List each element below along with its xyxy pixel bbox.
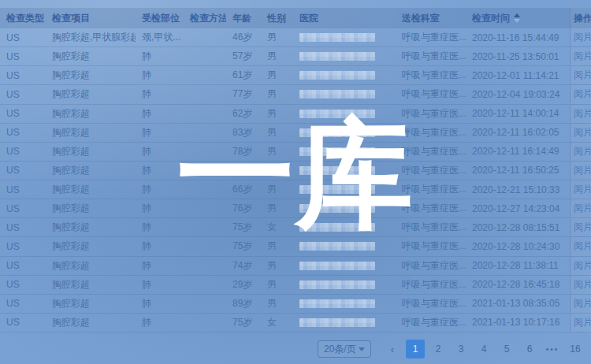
- cell-actions: 阅片: [570, 105, 591, 123]
- cell-body-part: 肺: [136, 143, 184, 161]
- cell-exam-time: 2020-12-28 10:24:30: [466, 237, 570, 255]
- cell-exam-item: 胸腔彩超: [46, 295, 136, 313]
- cell-age: 76岁: [226, 162, 261, 180]
- table-body: US 胸腔彩超,甲状腺彩超 颈,甲状... 46岁 男 呼吸与重症医... 20…: [0, 28, 591, 332]
- view-film-link[interactable]: 阅片: [574, 69, 591, 82]
- cell-exam-type: US: [0, 85, 46, 103]
- cell-body-part: 肺: [136, 314, 184, 332]
- cell-hospital: [293, 47, 396, 65]
- table-row[interactable]: US 胸腔彩超 肺 76岁 男 呼吸与重症医... 2020-12-27 14:…: [0, 199, 591, 218]
- cell-actions: 阅片: [570, 28, 591, 46]
- table-row[interactable]: US 胸腔彩超 肺 61岁 男 呼吸与重症医... 2020-12-01 11:…: [0, 66, 591, 85]
- cell-exam-type: US: [0, 218, 46, 236]
- cell-actions: 阅片: [570, 124, 591, 142]
- table-row[interactable]: US 胸腔彩超 肺 62岁 男 呼吸与重症医... 2020-12-11 14:…: [0, 105, 591, 124]
- more-pages-button[interactable]: •••: [543, 340, 562, 358]
- cell-exam-type: US: [0, 276, 46, 294]
- table-row[interactable]: US 胸腔彩超 肺 83岁 男 呼吸与重症医... 2020-12-11 16:…: [0, 124, 591, 143]
- cell-body-part: 肺: [136, 85, 184, 103]
- view-film-link[interactable]: 阅片: [574, 316, 591, 329]
- sort-icon[interactable]: [514, 13, 520, 23]
- cell-exam-type: US: [0, 295, 46, 313]
- cell-department: 呼吸与重症医...: [396, 124, 466, 142]
- cell-age: 78岁: [226, 143, 261, 161]
- cell-exam-method: [184, 257, 226, 275]
- table-row[interactable]: US 胸腔彩超 肺 77岁 男 呼吸与重症医... 2020-12-04 19:…: [0, 85, 591, 104]
- table-row[interactable]: US 胸腔彩超 肺 74岁 男 呼吸与重症医... 2020-12-28 11:…: [0, 257, 591, 276]
- view-film-link[interactable]: 阅片: [574, 297, 591, 310]
- cell-exam-time: 2021-01-13 08:35:05: [466, 295, 570, 313]
- cell-exam-type: US: [0, 237, 46, 255]
- cell-department: 呼吸与重症医...: [396, 295, 466, 313]
- column-label: 医院: [299, 12, 318, 25]
- cell-department: 呼吸与重症医...: [396, 199, 466, 217]
- view-film-link[interactable]: 阅片: [574, 183, 591, 196]
- view-film-link[interactable]: 阅片: [574, 202, 591, 215]
- cell-exam-item: 胸腔彩超: [46, 47, 136, 65]
- cell-gender: 男: [261, 105, 293, 123]
- view-film-link[interactable]: 阅片: [574, 164, 591, 177]
- page-size-select[interactable]: 20条/页: [318, 340, 371, 358]
- table-row[interactable]: US 胸腔彩超 肺 78岁 男 呼吸与重症医... 2020-12-11 16:…: [0, 143, 591, 162]
- page-number-button[interactable]: 1: [406, 340, 425, 358]
- cell-actions: 阅片: [570, 314, 591, 332]
- view-film-link[interactable]: 阅片: [574, 87, 591, 101]
- page-number-button[interactable]: 6: [520, 340, 539, 358]
- cell-hospital: [293, 143, 396, 161]
- hospital-redacted-block: [299, 299, 375, 308]
- cell-exam-item: 胸腔彩超: [46, 162, 136, 180]
- column-header-7: 送检科室: [396, 8, 466, 28]
- cell-actions: 阅片: [570, 47, 591, 65]
- page-number-button[interactable]: 16: [566, 340, 585, 358]
- prev-page-button[interactable]: ‹: [383, 340, 402, 358]
- page-number-button[interactable]: 2: [429, 340, 448, 358]
- cell-department: 呼吸与重症医...: [396, 66, 466, 84]
- table-row[interactable]: US 胸腔彩超 肺 29岁 男 呼吸与重症医... 2020-12-28 16:…: [0, 276, 591, 295]
- table-row[interactable]: US 胸腔彩超,甲状腺彩超 颈,甲状... 46岁 男 呼吸与重症医... 20…: [0, 28, 591, 47]
- column-header-8[interactable]: 检查时间: [466, 8, 570, 28]
- view-film-link[interactable]: 阅片: [574, 259, 591, 273]
- cell-gender: 男: [261, 66, 293, 84]
- page-number-button[interactable]: 4: [474, 340, 493, 358]
- cell-gender: 女: [261, 314, 293, 332]
- cell-age: 89岁: [226, 295, 261, 313]
- view-film-link[interactable]: 阅片: [574, 278, 591, 292]
- cell-gender: 男: [261, 257, 293, 275]
- cell-gender: 男: [261, 47, 293, 65]
- cell-age: 66岁: [226, 180, 261, 199]
- cell-exam-method: [184, 47, 226, 65]
- page-number-button[interactable]: 3: [452, 340, 470, 358]
- cell-exam-method: [184, 105, 226, 123]
- table-row[interactable]: US 胸腔彩超 肺 66岁 男 呼吸与重症医... 2020-12-21 15:…: [0, 180, 591, 199]
- table-row[interactable]: US 胸腔彩超 肺 89岁 男 呼吸与重症医... 2021-01-13 08:…: [0, 295, 591, 314]
- table-row[interactable]: US 胸腔彩超 肺 57岁 男 呼吸与重症医... 2020-11-25 13:…: [0, 47, 591, 66]
- hospital-redacted-block: [299, 33, 375, 42]
- table-row[interactable]: US 胸腔彩超 肺 75岁 男 呼吸与重症医... 2020-12-28 10:…: [0, 237, 591, 256]
- cell-age: 75岁: [226, 314, 261, 332]
- hospital-redacted-block: [299, 318, 375, 327]
- cell-exam-time: 2020-12-11 16:14:49: [466, 143, 570, 161]
- cell-actions: 阅片: [570, 257, 591, 275]
- hospital-redacted-block: [299, 280, 375, 289]
- view-film-link[interactable]: 阅片: [574, 50, 591, 63]
- view-film-link[interactable]: 阅片: [574, 240, 591, 253]
- view-film-link[interactable]: 阅片: [574, 145, 591, 158]
- cell-department: 呼吸与重症医...: [396, 28, 466, 46]
- cell-exam-type: US: [0, 180, 46, 199]
- view-film-link[interactable]: 阅片: [574, 126, 591, 139]
- hospital-redacted-block: [299, 185, 375, 194]
- cell-exam-method: [184, 295, 226, 313]
- table-row[interactable]: US 胸腔彩超 肺 76岁 女 呼吸与重症医... 2020-12-11 16:…: [0, 162, 591, 180]
- table-row[interactable]: US 胸腔彩超 肺 75岁 女 呼吸与重症医... 2020-12-28 08:…: [0, 218, 591, 237]
- table-row[interactable]: US 胸腔彩超 肺 75岁 女 呼吸与重症医... 2021-01-13 10:…: [0, 314, 591, 332]
- cell-gender: 男: [261, 124, 293, 142]
- view-film-link[interactable]: 阅片: [574, 31, 591, 44]
- exam-list-screen: 检查类型 检查项目 受检部位 检查方法 年龄 性别 医院 送检科室 检查时间 操…: [0, 0, 591, 364]
- page-number-button[interactable]: 5: [497, 340, 516, 358]
- cell-exam-item: 胸腔彩超: [46, 143, 136, 161]
- view-film-link[interactable]: 阅片: [574, 107, 591, 121]
- hospital-redacted-block: [299, 166, 375, 175]
- view-film-link[interactable]: 阅片: [574, 221, 591, 234]
- cell-exam-time: 2020-12-11 16:50:25: [466, 162, 570, 180]
- column-header-2: 受检部位: [136, 8, 184, 28]
